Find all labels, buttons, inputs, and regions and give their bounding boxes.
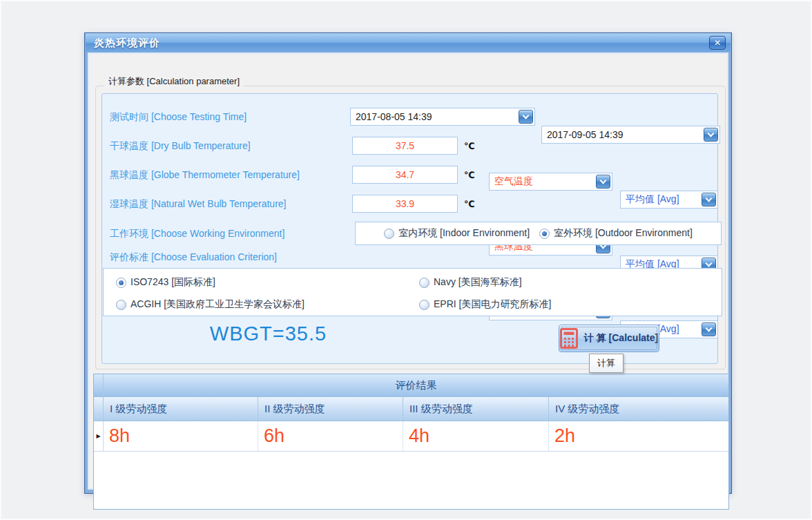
table-title-row: 评价结果 [94,374,728,397]
column-header-level4[interactable]: IV 级劳动强度 [549,397,728,421]
chevron-down-icon[interactable] [519,110,533,124]
dry-bulb-unit: ℃ [464,141,475,151]
radio-iso7243[interactable]: ISO7243 [国际标准] [116,276,215,289]
dry-bulb-source-value: 空气温度 [494,175,533,188]
groupbox-label: 计算参数 [Calculation parameter] [104,75,244,88]
window-title: 炎热环境评价 [86,37,160,50]
testing-time-start-combobox[interactable]: 2017-08-05 14:39 [350,108,535,126]
column-header-level1[interactable]: I 级劳动强度 [104,397,258,421]
calculate-tooltip: 计算 [589,354,624,373]
dry-bulb-label: 干球温度 [Dry Bulb Temperature] [110,140,251,153]
radio-navy[interactable]: Navy [美国海军标准] [419,276,522,289]
row-selector-header [94,374,104,396]
wet-bulb-label: 湿球温度 [Natural Wet Bulb Temperature] [110,198,286,211]
radio-icon [419,300,429,310]
globe-label: 黑球温度 [Globe Thermometer Temperature] [110,169,300,182]
focus-rect [561,327,657,350]
column-header-level2[interactable]: II 级劳动强度 [258,397,403,421]
hot-environment-evaluation-dialog: 炎热环境评价 ✕ 计算参数 [Calculation parameter] 测试… [84,32,732,494]
title-bar[interactable]: 炎热环境评价 ✕ [86,33,731,52]
radio-acgih[interactable]: ACGIH [美国政府工业卫生学家会议标准] [116,298,304,311]
wbgt-result: WBGT=35.5 [180,322,356,345]
table-row[interactable]: ▶ 8h 6h 4h 2h [94,421,728,452]
cell-level2-hours: 6h [258,421,403,451]
testing-time-end-combobox[interactable]: 2017-09-05 14:39 [541,126,720,144]
testing-time-label: 测试时间 [Choose Testing Time] [110,111,246,124]
row-selector-header [94,397,104,421]
testing-time-end-value: 2017-09-05 14:39 [547,129,624,140]
dry-bulb-input[interactable] [352,137,458,155]
dry-bulb-source-combobox[interactable]: 空气温度 [489,173,612,191]
table-title: 评价结果 [104,374,728,396]
working-env-label: 工作环境 [Choose Working Environment] [110,228,284,240]
table-empty-area [94,452,728,509]
dry-bulb-stat-combobox[interactable]: 平均值 [Avg] [620,191,718,209]
evaluation-result-table: 评价结果 I 级劳动强度 II 级劳动强度 III 级劳动强度 IV 级劳动强度… [93,374,729,510]
globe-unit: ℃ [464,170,475,180]
radio-selected-icon [539,229,550,239]
table-header-row: I 级劳动强度 II 级劳动强度 III 级劳动强度 IV 级劳动强度 [94,397,728,421]
wet-bulb-input[interactable] [352,195,458,213]
testing-time-start-value: 2017-08-05 14:39 [356,111,432,122]
globe-input[interactable] [352,166,458,184]
radio-selected-icon [116,278,126,288]
radio-icon [419,278,429,288]
chevron-down-icon[interactable] [702,193,716,206]
row-selector-arrow-icon: ▶ [94,421,104,451]
cell-level4-hours: 2h [549,421,728,451]
radio-icon [384,229,394,239]
cell-level3-hours: 4h [403,421,549,451]
radio-icon [116,300,126,310]
desktop-background: 炎热环境评价 ✕ 计算参数 [Calculation parameter] 测试… [0,0,812,520]
criterion-box: ISO7243 [国际标准] Navy [美国海军标准] ACGIH [美国政府… [103,268,722,316]
close-icon: ✕ [714,38,721,48]
wet-bulb-unit: ℃ [464,199,475,209]
chevron-down-icon[interactable] [704,128,718,142]
column-header-level3[interactable]: III 级劳动强度 [403,397,549,421]
dry-bulb-stat-value: 平均值 [Avg] [626,193,679,206]
dialog-client-area: 计算参数 [Calculation parameter] 测试时间 [Choos… [88,52,728,490]
radio-outdoor-environment[interactable]: 室外环境 [Outdoor Environment] [539,227,693,240]
working-env-box: 室内环境 [Indoor Environment] 室外环境 [Outdoor … [355,222,722,245]
calculate-button[interactable]: 计 算 [Calculate] [559,325,659,352]
cell-level1-hours: 8h [104,421,258,451]
chevron-down-icon[interactable] [702,322,716,336]
criterion-label: 评价标准 [Choose Evaluation Criterion] [110,251,277,264]
close-button[interactable]: ✕ [709,36,726,50]
radio-epri[interactable]: EPRI [美国电力研究所标准] [419,298,551,311]
chevron-down-icon[interactable] [596,175,610,189]
radio-indoor-environment[interactable]: 室内环境 [Indoor Environment] [384,227,530,240]
